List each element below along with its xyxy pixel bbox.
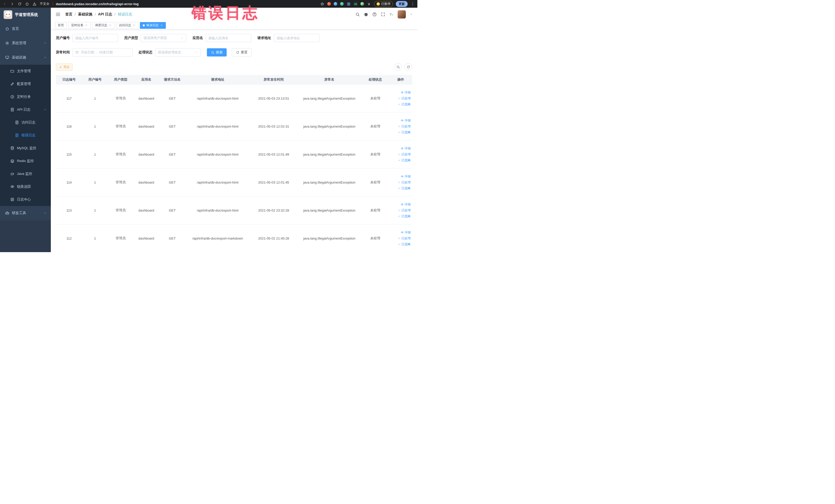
sidebar-item-error-log[interactable]: 错误日志	[0, 129, 51, 142]
detail-link[interactable]: 详细	[401, 202, 411, 207]
ignored-link[interactable]: 已忽略	[398, 130, 411, 135]
extension-leaf-icon[interactable]	[360, 2, 364, 6]
app-name-input[interactable]	[208, 36, 248, 40]
sidebar-item-log-center[interactable]: 日志中心	[0, 193, 51, 206]
detail-link[interactable]: 详细	[401, 118, 411, 123]
sidebar-item-redis[interactable]: Redis 监控	[0, 155, 51, 167]
detail-link[interactable]: 详细	[401, 146, 411, 151]
ignored-link[interactable]: 已忽略	[398, 214, 411, 219]
forward-icon[interactable]	[10, 2, 14, 6]
column-header-user_type: 用户类型	[108, 77, 134, 82]
table-row[interactable]: 1131管理员dashboardGET/api/infra/db-doc/exp…	[56, 196, 412, 224]
help-icon[interactable]	[372, 12, 377, 17]
request-url-input[interactable]	[277, 36, 317, 40]
reset-button[interactable]: 重置	[232, 48, 251, 57]
active-tab-dot-icon	[143, 24, 145, 26]
reload-icon[interactable]	[18, 2, 22, 6]
fullscreen-icon[interactable]	[381, 12, 385, 17]
close-icon[interactable]	[85, 24, 88, 27]
sidebar-item-system[interactable]: 系统管理	[0, 36, 51, 50]
sidebar-item-job[interactable]: 定时任务	[0, 90, 51, 103]
sidebar-item-label: 系统管理	[12, 41, 26, 45]
close-icon[interactable]	[109, 24, 111, 27]
close-icon[interactable]	[133, 24, 136, 27]
address-url[interactable]: dashboard.yudao.iocoder.cn/infra/log/api…	[56, 2, 139, 6]
paused-badge[interactable]: 已暂停	[374, 1, 393, 7]
processed-link[interactable]: 已处理	[398, 152, 411, 157]
cell-exception: java.lang.IllegalArgumentException	[297, 237, 361, 240]
sidebar-item-java[interactable]: Java 监控	[0, 167, 51, 180]
security-label[interactable]: 不安全	[40, 2, 49, 6]
cell-url: /api/infra/db-doc/export-html	[185, 124, 250, 128]
avatar-caret-down-icon[interactable]	[410, 13, 413, 16]
tab-job[interactable]: 定时任务	[68, 22, 90, 29]
sidebar-item-infra[interactable]: 基础设施	[0, 50, 51, 65]
sidebar-item-mysql[interactable]: MySQL 监控	[0, 142, 51, 155]
sidebar-item-config[interactable]: 配置管理	[0, 78, 51, 90]
ignored-link[interactable]: 已忽略	[398, 186, 411, 190]
sidebar-item-dev-tools[interactable]: 研发工具	[0, 206, 51, 220]
check-icon	[398, 125, 401, 128]
detail-link[interactable]: 详细	[401, 230, 411, 235]
browser-update-button[interactable]: 更新	[396, 1, 408, 7]
user-avatar[interactable]	[398, 10, 406, 19]
detail-link[interactable]: 详细	[401, 90, 411, 95]
export-button[interactable]: 导出	[56, 63, 73, 70]
action-link-label: 详细	[405, 230, 411, 235]
ignored-link[interactable]: 已忽略	[398, 242, 411, 246]
search-icon[interactable]	[355, 12, 360, 17]
home-icon[interactable]	[25, 2, 29, 6]
font-size-icon[interactable]: TT	[389, 12, 394, 17]
extension-blue-drop-icon[interactable]	[334, 2, 337, 6]
table-row[interactable]: 1121管理员dashboardGET/api/infra/db-doc/exp…	[56, 224, 412, 252]
breadcrumb-item-api-log[interactable]: API 日志	[98, 12, 112, 17]
extension-paw-icon[interactable]	[367, 2, 371, 6]
process-status-select[interactable]: 请选择处理状态	[155, 48, 201, 57]
kebab-menu-icon[interactable]	[410, 2, 415, 6]
sidebar-item-label: 研发工具	[12, 211, 26, 216]
close-icon[interactable]	[160, 24, 163, 27]
table-row[interactable]: 1171管理员dashboardGET/api/infra/db-doc/exp…	[56, 84, 412, 113]
column-header-exception: 异常名	[297, 77, 361, 82]
processed-link[interactable]: 已处理	[398, 124, 411, 129]
sidebar-item-file[interactable]: 文件管理	[0, 65, 51, 78]
hamburger-icon[interactable]	[56, 12, 61, 17]
ignored-link[interactable]: 已忽略	[398, 158, 411, 163]
breadcrumb-item-home[interactable]: 首页	[65, 12, 73, 17]
processed-link[interactable]: 已处理	[398, 180, 411, 185]
detail-link[interactable]: 详细	[401, 174, 411, 179]
user-type-select[interactable]: 请选择用户类型	[141, 34, 186, 42]
action-link-label: 已处理	[402, 180, 411, 185]
sidebar-logo[interactable]: 芋道管理系统	[0, 8, 51, 22]
sidebar-item-trace[interactable]: 链路追踪	[0, 180, 51, 193]
sidebar-item-home[interactable]: 首页	[0, 22, 51, 36]
tab-error-log[interactable]: 错误日志	[140, 22, 166, 29]
date-range-picker[interactable]: 开始日期 - 结束日期	[73, 48, 133, 57]
tab-schedule-log[interactable]: 调度日志	[92, 22, 115, 29]
table-row[interactable]: 1151管理员dashboardGET/api/infra/db-doc/exp…	[56, 140, 412, 168]
sidebar-item-api-log[interactable]: API 日志	[0, 103, 51, 116]
extension-red-icon[interactable]	[327, 2, 331, 6]
processed-link[interactable]: 已处理	[398, 96, 411, 101]
tab-access-log[interactable]: 访问日志	[116, 22, 138, 29]
hide-search-button[interactable]	[394, 63, 402, 71]
table-row[interactable]: 1141管理员dashboardGET/api/infra/db-doc/exp…	[56, 168, 412, 196]
table-row[interactable]: 1161管理员dashboardGET/api/infra/db-doc/exp…	[56, 113, 412, 140]
refresh-button[interactable]	[405, 63, 412, 71]
filter-user-type: 用户类型 请选择用户类型	[124, 34, 186, 42]
search-button[interactable]: 搜索	[207, 48, 227, 57]
extension-grid-icon[interactable]	[347, 2, 351, 6]
processed-link[interactable]: 已处理	[398, 236, 411, 241]
cell-time: 2021-05-03 12:01:45	[250, 181, 297, 184]
sidebar-item-access-log[interactable]: 访问日志	[0, 116, 51, 129]
tab-home[interactable]: 首页	[55, 22, 67, 29]
ignored-link[interactable]: 已忽略	[398, 102, 411, 106]
breadcrumb-item-infra[interactable]: 基础设施	[78, 12, 93, 17]
extension-on-badge-icon[interactable]: on	[354, 2, 358, 6]
back-icon[interactable]	[3, 2, 7, 6]
bookmark-star-icon[interactable]	[320, 2, 324, 6]
user-id-input[interactable]	[75, 36, 115, 40]
processed-link[interactable]: 已处理	[398, 208, 411, 213]
github-icon[interactable]	[364, 12, 368, 17]
extension-green-icon[interactable]	[340, 2, 344, 6]
